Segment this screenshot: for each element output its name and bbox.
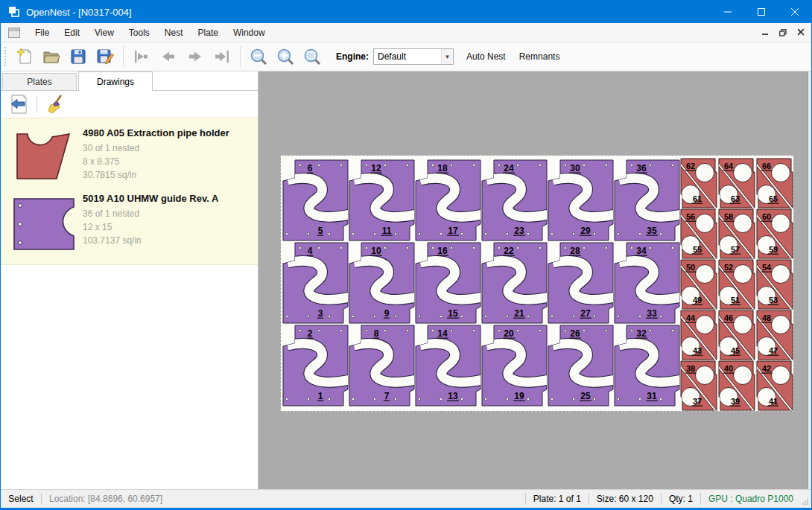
svg-text:3: 3 [318, 308, 323, 319]
status-location: Location: [84.8696, 60.6957] [42, 494, 170, 504]
zoom-out-button[interactable] [245, 45, 272, 68]
list-item[interactable]: 5019 A10 UHMW guide Rev. A 36 of 1 neste… [1, 188, 258, 258]
svg-text:43: 43 [693, 346, 702, 355]
nested-part-pair: 4847 [756, 310, 793, 360]
svg-text:56: 56 [686, 212, 695, 221]
zoom-fit-icon [303, 48, 322, 66]
svg-text:37: 37 [693, 397, 702, 406]
clear-drawings-button[interactable] [43, 93, 67, 115]
svg-text:2: 2 [308, 328, 313, 339]
svg-text:30: 30 [570, 163, 580, 173]
last-arrow-icon [213, 48, 231, 66]
close-button[interactable] [778, 1, 811, 23]
svg-text:5: 5 [318, 226, 323, 236]
open-button[interactable] [38, 45, 65, 68]
save-as-icon [96, 48, 114, 66]
svg-text:16: 16 [437, 246, 448, 256]
svg-text:15: 15 [448, 308, 458, 319]
chevron-down-icon[interactable]: ▼ [441, 49, 453, 64]
svg-text:47: 47 [769, 346, 778, 355]
first-arrow-icon [133, 48, 150, 66]
drawing-nested-count: 30 of 1 nested [83, 141, 253, 155]
zoom-in-button[interactable] [272, 45, 299, 68]
main-toolbar: Engine: Default ▼ Auto Nest Remnants [1, 42, 811, 71]
status-gpu: GPU : Quadro P1000 [701, 494, 801, 504]
document-system-icon[interactable] [8, 28, 20, 38]
tab-plates[interactable]: Plates [2, 73, 77, 90]
panel-tabs: Plates Drawings [1, 71, 258, 91]
svg-text:8: 8 [374, 328, 379, 339]
svg-text:9: 9 [384, 308, 390, 319]
svg-text:13: 13 [448, 391, 458, 401]
svg-text:26: 26 [570, 328, 580, 339]
svg-text:29: 29 [580, 226, 591, 236]
save-icon [69, 48, 87, 66]
svg-text:17: 17 [448, 226, 458, 236]
resize-grip[interactable] [801, 490, 811, 508]
svg-text:18: 18 [437, 163, 448, 173]
nesting-canvas[interactable]: 6512111817242330293635431091615222128273… [258, 71, 811, 489]
remnants-button[interactable]: Remnants [513, 51, 567, 62]
tab-drawings[interactable]: Drawings [78, 71, 153, 91]
nested-part-pair: 6665 [756, 159, 793, 208]
open-folder-icon [42, 48, 60, 66]
svg-text:65: 65 [769, 194, 778, 203]
menu-file[interactable]: File [28, 23, 57, 42]
svg-text:20: 20 [504, 328, 514, 339]
maximize-button[interactable] [744, 1, 778, 23]
svg-text:45: 45 [731, 346, 740, 355]
menu-edit[interactable]: Edit [57, 23, 87, 42]
vertical-scrollbar[interactable] [808, 71, 811, 489]
svg-text:41: 41 [769, 397, 778, 406]
status-plate: Plate: 1 of 1 [526, 494, 589, 504]
list-item[interactable]: 4980 A05 Extraction pipe holder 30 of 1 … [1, 123, 258, 188]
nested-part-pair: 5453 [756, 260, 793, 310]
svg-text:39: 39 [731, 397, 740, 406]
svg-text:11: 11 [382, 226, 392, 236]
svg-text:21: 21 [514, 308, 524, 319]
panel-toolbar [1, 91, 258, 118]
last-plate-button[interactable] [209, 45, 235, 68]
auto-nest-button[interactable]: Auto Nest [460, 51, 513, 62]
menu-nest[interactable]: Nest [157, 23, 191, 42]
svg-text:35: 35 [647, 226, 657, 236]
svg-text:28: 28 [570, 246, 580, 256]
mdi-minimize-button[interactable] [758, 26, 773, 39]
menu-plate[interactable]: Plate [191, 23, 226, 42]
new-file-icon [16, 48, 34, 66]
nesting-plate[interactable]: 6512111817242330293635431091615222128273… [280, 155, 794, 412]
svg-text:33: 33 [647, 308, 657, 319]
svg-text:60: 60 [762, 212, 771, 221]
svg-text:14: 14 [437, 328, 448, 339]
import-drawing-button[interactable] [7, 93, 31, 115]
svg-text:4: 4 [308, 246, 313, 256]
svg-text:25: 25 [580, 391, 591, 401]
import-file-icon [9, 95, 28, 115]
nested-part-pair: 5655 [680, 209, 717, 259]
next-arrow-icon [186, 48, 204, 66]
mdi-close-button[interactable] [793, 26, 808, 39]
menu-tools[interactable]: Tools [121, 23, 157, 42]
nested-part-pair: 4039 [718, 361, 755, 411]
drawing-thumbnail-purple [8, 193, 80, 252]
svg-text:46: 46 [724, 313, 733, 322]
save-as-button[interactable] [92, 45, 118, 68]
prev-plate-button[interactable] [155, 45, 182, 68]
first-plate-button[interactable] [128, 45, 155, 68]
nested-part-pair: 6261 [680, 159, 717, 208]
menu-view[interactable]: View [87, 23, 121, 42]
next-plate-button[interactable] [182, 45, 209, 68]
menu-window[interactable]: Window [226, 23, 273, 42]
engine-select[interactable]: Default ▼ [373, 48, 454, 65]
svg-text:48: 48 [762, 313, 771, 322]
svg-text:62: 62 [686, 162, 695, 170]
minimize-button[interactable] [711, 1, 744, 23]
save-button[interactable] [65, 45, 92, 68]
new-button[interactable] [11, 45, 38, 68]
svg-text:50: 50 [686, 263, 695, 272]
svg-text:34: 34 [636, 246, 647, 256]
mdi-restore-button[interactable] [775, 26, 790, 39]
svg-text:19: 19 [514, 391, 524, 401]
svg-text:1: 1 [318, 391, 323, 401]
zoom-fit-button[interactable] [299, 45, 326, 68]
